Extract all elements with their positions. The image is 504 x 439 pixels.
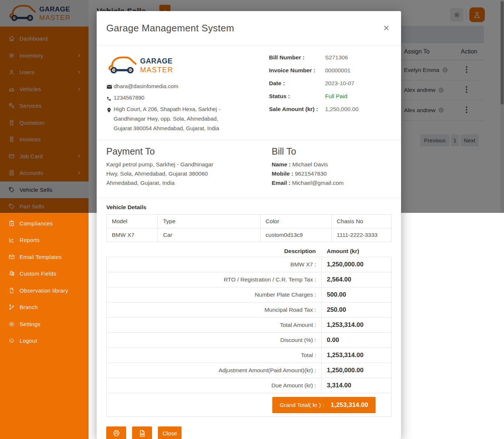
close-icon[interactable]: × [381,22,391,34]
sidebar-item-logout[interactable]: Logout [0,332,89,349]
meta-label: Status : [269,93,325,100]
company-address: High Court, A 206, Shapath Hexa, Sarkhej… [114,104,236,133]
amount-row: Total Amount : 1,253,314.00 [107,318,391,333]
modal-footer: PDF Close [106,426,391,439]
bill-to: Bill To Name : Michael Davis Mobile : 96… [272,145,391,187]
sidebar-item-reports[interactable]: Reports [0,232,89,249]
vehicle-cell: BMW X7 [107,228,158,242]
gear-icon [8,321,15,327]
sidebar-item-compliances[interactable]: Compliances [0,215,89,232]
invoice-modal: Garage Management System × GARAGEMASTER … [97,11,401,439]
amount-row: BMW X7 : 1,250,000.00 [107,257,391,272]
column-header: Model [107,215,158,228]
pdf-export-button[interactable]: PDF [132,426,152,439]
field-value: 9621547830 [295,170,327,177]
meta-value: 2023-10-07 [325,80,354,87]
pdf-file-icon: PDF [138,429,146,438]
sidebar-item-branch[interactable]: Branch [0,299,89,316]
svg-text:GARAGE: GARAGE [140,57,173,65]
close-button[interactable]: Close [158,426,182,439]
amount-column-header: Amount (kr) [322,248,359,255]
sidebar-item-email-templates[interactable]: Email Templates [0,249,89,266]
meta-row: Invoice Number : 00000001 [269,67,391,74]
company-phone-row: 1234567890 [106,93,236,104]
amount-label: BMW X7 : [107,257,322,272]
modal-header: Garage Management System × [97,11,401,45]
amount-value: 0.00 [321,333,391,348]
phone-icon [106,93,114,104]
bill-to-heading: Bill To [272,146,391,157]
page: GARAGEMASTER Dashboard Inventory Users [0,0,504,439]
amount-value: 1,250,000.00 [321,363,391,378]
grand-total-value: 1,253,314.00 [331,401,368,409]
power-icon [8,338,15,344]
chart-icon [8,237,15,243]
bill-meta: Bill Number : S271306 Invoice Number : 0… [269,53,391,133]
meta-label: Bill Number : [269,54,325,61]
amounts-header: Description Amount (kr) [106,248,391,255]
meta-value: Full Paid [325,93,347,100]
address-line: Ahmedabad, Gujarat, India [106,178,272,187]
location-pin-icon [106,104,114,133]
amounts-table: BMW X7 : 1,250,000.00 RTO / Registration… [106,257,391,393]
payment-to: Payment To Kargil petrol pump, Sarkhej -… [106,145,272,187]
amount-value: 1,250,000.00 [321,257,391,272]
amount-row: Due Amount (kr) : 3,314.00 [107,378,391,393]
amount-value: 1,253,314.00 [321,348,391,363]
amount-value: 500.00 [321,287,391,303]
puzzle-icon [8,270,15,277]
description-column-header: Description [106,248,322,255]
sidebar-item-label: Custom Fields [20,270,81,277]
meta-value: 00000001 [325,67,351,74]
amount-value: 250.00 [321,303,391,318]
clipboard-icon [8,220,15,227]
vehicle-cell: custom0d13c9 [260,228,331,242]
field-label: Name : [272,161,291,167]
vehicle-details-header-row: ModelTypeColorChasis No [107,215,391,228]
meta-label: Date : [269,80,325,87]
amount-row: Total : 1,253,314.00 [107,348,391,363]
field-value: Michael Davis [292,161,328,167]
amount-label: Muncipal Road Tax : [107,303,322,318]
section-divider [97,198,401,198]
print-button[interactable] [106,426,126,439]
amount-label: Total : [107,348,322,363]
company-phone: 1234567890 [114,93,144,104]
bill-to-field: Name : Michael Davis [272,160,391,169]
sidebar-item-label: Observation library [20,287,81,294]
amount-label: Discount (%) : [107,333,322,348]
sidebar-item-observation-library[interactable]: Observation library [0,282,89,299]
amounts-body: BMW X7 : 1,250,000.00 RTO / Registration… [107,257,391,393]
amount-row: Number Plate Charges : 500.00 [107,287,391,303]
amount-value: 3,314.00 [321,378,391,393]
amount-value: 1,253,314.00 [321,318,391,333]
amount-label: Adjustment Amount(Paid Amount)(kr) : [107,363,322,378]
company-logo-icon: GARAGEMASTER [106,53,184,77]
meta-label: Invoice Number : [269,67,325,74]
envelope-icon [106,82,114,93]
vehicle-details-body: BMW X7Carcustom0d13c91111-2222-3333 [107,228,391,242]
svg-text:MASTER: MASTER [140,66,173,74]
company-info: GARAGEMASTER dhara@dasinfomedia.com [106,53,236,133]
vehicle-details-heading: Vehicle Details [106,204,391,211]
amount-row: Discount (%) : 0.00 [107,333,391,348]
company-section: GARAGEMASTER dhara@dasinfomedia.com [106,53,391,133]
address-line: Hwy, Sola, Ahmedabad, Gujarat 380060 [106,169,272,178]
amount-row: Muncipal Road Tax : 250.00 [107,303,391,318]
meta-row: Bill Number : S271306 [269,54,391,61]
company-address-row: High Court, A 206, Shapath Hexa, Sarkhej… [106,104,236,133]
modal-title: Garage Management System [106,23,234,34]
field-value: Michael@gmail.com [292,180,344,186]
vehicle-cell: 1111-2222-3333 [331,228,391,242]
sidebar-item-custom-fields[interactable]: Custom Fields [0,265,89,282]
document-icon [8,287,15,294]
sidebar-item-settings[interactable]: Settings [0,316,89,333]
sidebar-item-label: Settings [20,321,81,327]
amount-row: RTO / Registration / C.R. Temp Tax : 2,5… [107,272,391,287]
meta-row: Status : Full Paid [269,93,391,100]
field-label: Mobile : [272,170,293,177]
amount-label: Due Amount (kr) : [107,378,322,393]
vehicle-details-table: ModelTypeColorChasis No BMW X7Carcustom0… [106,214,391,242]
grand-total-row: Grand Total( kr ) : 1,253,314.00 [106,393,391,417]
sidebar-item-label: Reports [20,237,81,243]
